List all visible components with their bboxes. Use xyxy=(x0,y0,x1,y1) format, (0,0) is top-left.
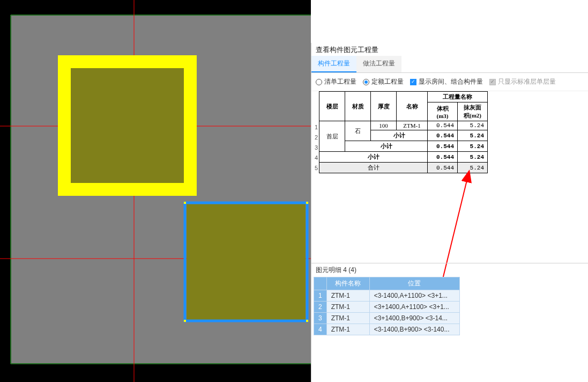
table-row: 小计 0.544 5.24 xyxy=(319,141,488,152)
th-thickness: 厚度 xyxy=(371,92,397,121)
tab-method-qty[interactable]: 做法工程量 xyxy=(356,56,401,72)
tab-component-qty[interactable]: 构件工程量 xyxy=(311,56,356,72)
cell-name: ZTM-1 xyxy=(326,302,369,313)
detail-section: 图元明细 4 (4) 构件名称 位置 1 ZTM-1 <3-1400,A+110… xyxy=(311,263,588,335)
cell-name: ZTM-1 xyxy=(326,313,369,324)
cell-plaster: 5.24 xyxy=(458,152,488,163)
svg-rect-15 xyxy=(184,202,186,204)
cell-vol: 0.544 xyxy=(428,163,458,173)
cell-plaster: 5.24 xyxy=(458,141,488,152)
rownum: 2 xyxy=(314,302,327,313)
cell-plaster: 5.24 xyxy=(458,163,488,173)
panel-title: 查看构件图元工程量 xyxy=(311,43,588,56)
cell-floor: 首层 xyxy=(319,121,345,152)
th-material: 材质 xyxy=(345,92,371,121)
check-show-room[interactable]: 显示房间、组合构件量 xyxy=(410,77,483,86)
radio-quota-qty-label: 定额工程量 xyxy=(371,77,404,86)
table-row-total: 合计 0.544 5.24 xyxy=(319,163,488,173)
cell-subtotal: 小计 xyxy=(371,130,428,141)
cell-vol: 0.544 xyxy=(428,141,458,152)
rownum-3: 3 xyxy=(311,143,319,153)
rownum: 4 xyxy=(314,324,327,335)
cell-total: 合计 xyxy=(319,163,428,173)
rownum-1: 1 xyxy=(311,122,319,133)
svg-rect-18 xyxy=(306,320,308,322)
right-panel: 查看构件图元工程量 构件工程量 做法工程量 清单工程量 定额工程量 显示房间、组… xyxy=(311,43,588,382)
table-row: 小计 0.544 5.24 xyxy=(319,152,488,163)
cell-name: ZTM-1 xyxy=(397,121,428,130)
th-component-name: 构件名称 xyxy=(326,277,369,290)
qty-table: 楼层 材质 厚度 名称 工程量名称 体积(m3) 抹灰面积(m2) 首层 石 1… xyxy=(319,91,488,173)
rownum: 1 xyxy=(314,290,327,302)
cell-subtotal: 小计 xyxy=(345,141,428,152)
th-plaster: 抹灰面积(m2) xyxy=(458,102,488,121)
rownum-4: 4 xyxy=(311,153,319,163)
cell-pos: <3+1400,A+1100> <3+1... xyxy=(369,302,459,313)
cell-plaster: 5.24 xyxy=(458,130,488,141)
cell-thickness: 100 xyxy=(371,121,397,130)
list-item[interactable]: 4 ZTM-1 <3-1400,B+900> <3-140... xyxy=(314,324,460,335)
cell-pos: <3+1400,B+900> <3-14... xyxy=(369,313,459,324)
th-qty-group: 工程量名称 xyxy=(428,92,488,102)
cell-pos: <3-1400,A+1100> <3+1... xyxy=(369,290,459,302)
root: 查看构件图元工程量 构件工程量 做法工程量 清单工程量 定额工程量 显示房间、组… xyxy=(0,0,588,382)
radio-list-qty[interactable]: 清单工程量 xyxy=(316,77,356,86)
cell-vol: 0.544 xyxy=(428,130,458,141)
rownum-2: 2 xyxy=(311,133,319,143)
cell-subtotal: 小计 xyxy=(319,152,428,163)
radio-list-qty-label: 清单工程量 xyxy=(324,77,356,86)
list-item[interactable]: 1 ZTM-1 <3-1400,A+1100> <3+1... xyxy=(314,290,460,302)
th-floor: 楼层 xyxy=(319,92,345,121)
check-standard-floor: 只显示标准层单层量 xyxy=(489,77,556,86)
svg-rect-16 xyxy=(306,202,308,204)
svg-rect-17 xyxy=(184,320,186,322)
th-vol: 体积(m3) xyxy=(428,102,458,121)
svg-rect-12 xyxy=(71,68,184,183)
cell-pos: <3-1400,B+900> <3-140... xyxy=(369,324,459,335)
svg-rect-2 xyxy=(0,0,311,15)
rownum-5: 5 xyxy=(311,163,319,173)
list-item[interactable]: 3 ZTM-1 <3+1400,B+900> <3-14... xyxy=(314,313,460,324)
row-numbers: 1 2 3 4 5 xyxy=(311,91,319,173)
filter-bar: 清单工程量 定额工程量 显示房间、组合构件量 只显示标准层单层量 xyxy=(311,73,588,91)
th-name: 名称 xyxy=(397,92,428,121)
table-row: 首层 石 100 ZTM-1 0.544 5.24 xyxy=(319,121,488,130)
check-standard-floor-label: 只显示标准层单层量 xyxy=(498,77,556,86)
radio-quota-qty[interactable]: 定额工程量 xyxy=(363,77,404,86)
cell-vol: 0.544 xyxy=(428,152,458,163)
detail-title: 图元明细 4 (4) xyxy=(311,263,588,277)
detail-table: 构件名称 位置 1 ZTM-1 <3-1400,A+1100> <3+1... … xyxy=(314,277,460,335)
canvas-svg xyxy=(0,0,311,382)
th-position: 位置 xyxy=(369,277,459,290)
cell-material: 石 xyxy=(345,121,371,141)
cell-name: ZTM-1 xyxy=(326,290,369,302)
drawing-canvas[interactable] xyxy=(0,0,311,382)
rownum: 3 xyxy=(314,313,327,324)
list-item[interactable]: 2 ZTM-1 <3+1400,A+1100> <3+1... xyxy=(314,302,460,313)
check-show-room-label: 显示房间、组合构件量 xyxy=(419,77,483,86)
svg-rect-3 xyxy=(0,364,311,382)
cell-vol: 0.544 xyxy=(428,121,458,130)
tabs: 构件工程量 做法工程量 xyxy=(311,56,588,73)
qty-table-wrap: 1 2 3 4 5 楼层 材质 厚度 名称 工程量名称 体积(m3) xyxy=(311,91,588,173)
cell-plaster: 5.24 xyxy=(458,121,488,130)
svg-rect-13 xyxy=(187,204,306,320)
cell-name: ZTM-1 xyxy=(326,324,369,335)
svg-rect-1 xyxy=(0,0,11,382)
th-rownum xyxy=(314,277,327,290)
